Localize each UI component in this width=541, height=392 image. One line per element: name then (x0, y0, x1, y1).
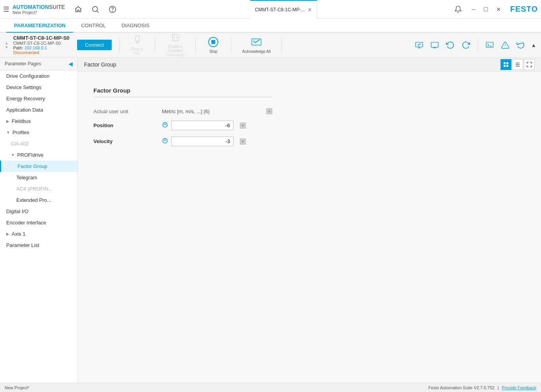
refresh-ccw-button[interactable] (443, 38, 457, 52)
sidebar-item-telegram[interactable]: Telegram (0, 172, 77, 183)
actual-user-unit-more-btn[interactable]: ▪ (266, 108, 272, 114)
tab-control[interactable]: CONTROL (73, 19, 114, 33)
factor-section-title: Factor Group (93, 87, 272, 97)
svg-rect-27 (506, 65, 508, 67)
separator-6 (478, 38, 478, 52)
svg-rect-20 (486, 42, 493, 47)
profiles-expand-icon: ▼ (6, 130, 10, 135)
minimize-button[interactable]: ─ (468, 4, 479, 15)
svg-rect-25 (506, 62, 508, 64)
screen-button[interactable] (428, 38, 442, 52)
device-tab[interactable]: CMMT-ST-C8-1C-MP-... ✕ (250, 0, 317, 19)
position-spinner-icon[interactable] (162, 122, 168, 129)
svg-rect-12 (211, 40, 215, 44)
grid-view-button[interactable] (501, 59, 511, 70)
monitor-button[interactable] (412, 38, 426, 52)
device-subname: CMMT-ST-C8-1C-MP-S0 (13, 41, 69, 46)
acknowledge-all-icon (251, 37, 262, 49)
toolbar-collapse-arrow[interactable]: ▲ (531, 42, 536, 48)
acknowledge-all-button[interactable]: Acknowledge All (239, 35, 274, 55)
refresh-cw-button[interactable] (459, 38, 473, 52)
sidebar-item-application-data[interactable]: Application Data (0, 104, 77, 116)
sidebar-label-parameter-list: Parameter List (6, 242, 39, 248)
view-buttons (501, 59, 535, 70)
device-nav-arrows[interactable]: ▲ ▼ (5, 41, 9, 49)
warning-button[interactable] (498, 38, 512, 52)
device-path: Path: 192.168.0.1 (13, 46, 69, 50)
sidebar-item-axis1[interactable]: ▶ Axis 1 (0, 228, 77, 240)
svg-point-0 (92, 6, 97, 11)
stop-icon (208, 37, 219, 49)
sidebar-item-extended-pro[interactable]: Extended Pro... (0, 194, 77, 206)
sidebar-item-energy-recovery[interactable]: Energy Recovery (0, 93, 77, 104)
list-view-button[interactable] (512, 59, 523, 70)
svg-rect-17 (431, 42, 438, 47)
plugin-plc-button[interactable]: Plug-in PLC (128, 33, 147, 57)
svg-rect-24 (504, 62, 506, 64)
tab-close-icon[interactable]: ✕ (307, 7, 312, 13)
tab-bar: CMMT-ST-C8-1C-MP-... ✕ (250, 0, 317, 19)
search-button[interactable] (88, 2, 102, 16)
close-button[interactable]: ✕ (493, 4, 504, 15)
sidebar-item-encoder-interface[interactable]: Encoder Interface (0, 217, 77, 228)
sidebar-item-ac4[interactable]: AC4 (PROFIN... (0, 183, 77, 194)
provide-feedback-link[interactable]: Provide Feedback (502, 385, 536, 390)
device-path-value: 192.168.0.1 (25, 46, 47, 50)
console-button[interactable] (483, 38, 497, 52)
sidebar-item-profiles[interactable]: ▼ Profiles (0, 127, 77, 138)
velocity-spinner-icon[interactable] (162, 138, 168, 145)
fieldbus-expand-icon: ▶ (6, 119, 9, 123)
connect-button[interactable]: Connect (77, 40, 111, 50)
bell-button[interactable] (451, 2, 465, 16)
sidebar-item-parameter-list[interactable]: Parameter List (0, 240, 77, 251)
device-name: CMMT-ST-C8-1C-MP-S0 (13, 35, 69, 41)
app-title-suite: SUITE (49, 4, 65, 10)
home-button[interactable] (71, 2, 85, 16)
sidebar-label-factor-group: Factor Group (18, 163, 47, 169)
undo-button[interactable] (514, 38, 528, 52)
velocity-input[interactable] (171, 136, 234, 146)
position-label: Position (93, 122, 156, 128)
sidebar-label-encoder-interface: Encoder Interface (6, 220, 46, 226)
hamburger-icon[interactable]: ☰ (3, 5, 9, 14)
sidebar-label-drive-config: Drive Configuration (6, 73, 49, 79)
tab-parameterization[interactable]: PARAMETERIZATION (6, 19, 73, 33)
tab-diagnosis[interactable]: DIAGNOSIS (114, 19, 157, 33)
powerstage-button[interactable]: Enabled Disabled Powerstage (163, 32, 188, 58)
expand-view-button[interactable] (524, 59, 535, 70)
app-title-block: AUTOMATION SUITE New Project* (12, 4, 65, 15)
sidebar-item-drive-config[interactable]: Drive Configuration (0, 70, 77, 82)
app-subtitle: New Project* (12, 10, 65, 15)
sidebar-label-application-data: Application Data (6, 107, 43, 113)
content-header: Factor Group (78, 58, 541, 72)
sidebar-label-ac4: AC4 (PROFIN... (16, 186, 53, 192)
sidebar-item-digital-io[interactable]: Digital I/O (0, 206, 77, 217)
device-bar: ▲ ▼ CMMT-ST-C8-1C-MP-S0 CMMT-ST-C8-1C-MP… (0, 33, 541, 58)
actual-user-unit-value: Metric [m, m/s, ...] (6) (162, 108, 260, 114)
sidebar-item-device-settings[interactable]: Device Settings (0, 82, 77, 93)
separator-3 (195, 37, 196, 53)
stop-button[interactable]: Stop (204, 35, 223, 55)
sidebar-item-factor-group[interactable]: Factor Group (0, 161, 77, 172)
status-version: Festo Automation Suite V2.7.0.752 (428, 385, 494, 390)
help-button[interactable] (105, 2, 119, 16)
status-bar: New Project* Festo Automation Suite V2.7… (0, 383, 541, 392)
separator-1 (119, 37, 120, 53)
actual-user-unit-label: Actual user unit (93, 108, 156, 114)
restore-button[interactable]: ☐ (481, 4, 492, 15)
profidrive-expand-icon: ▼ (11, 153, 15, 157)
velocity-row: Velocity ▪ (93, 133, 272, 149)
svg-point-32 (163, 138, 167, 143)
tab-label: CMMT-ST-C8-1C-MP-... (255, 7, 305, 12)
factor-group-content: Factor Group Actual user unit Metric [m,… (78, 72, 541, 165)
sidebar-label-energy-recovery: Energy Recovery (6, 96, 45, 102)
sidebar-item-fieldbus[interactable]: ▶ Fieldbus (0, 116, 77, 127)
velocity-more-btn[interactable]: ▪ (240, 138, 246, 145)
sidebar-item-cia402[interactable]: CiA 402 (0, 138, 77, 149)
plugin-plc-icon (133, 35, 142, 46)
sub-tabs: PARAMETERIZATION CONTROL DIAGNOSIS (0, 19, 541, 33)
position-input[interactable] (171, 121, 234, 130)
sidebar-collapse-button[interactable]: ◀ (69, 61, 73, 67)
sidebar-item-profidrive[interactable]: ▼ PROFIdrive (0, 149, 77, 161)
position-more-btn[interactable]: ▪ (240, 122, 246, 129)
